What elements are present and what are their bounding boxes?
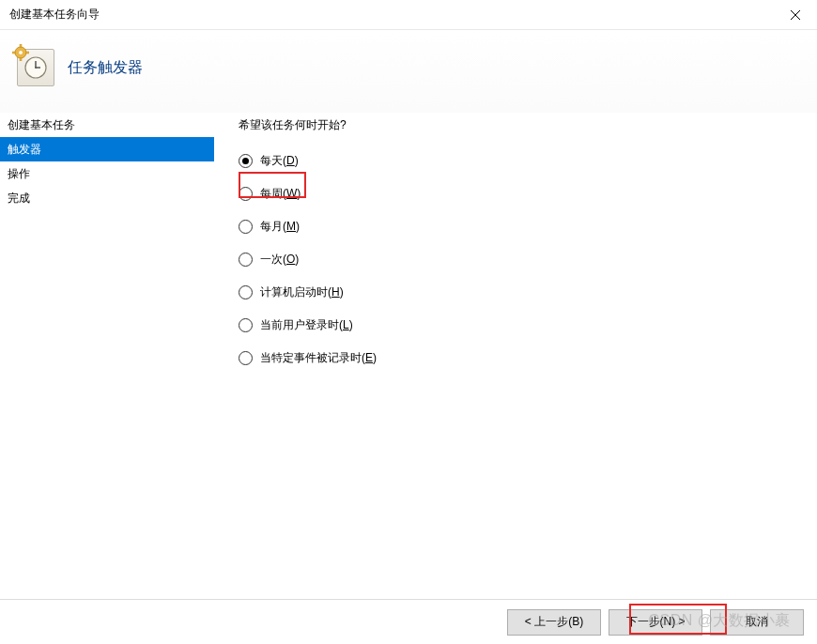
radio-icon bbox=[239, 253, 253, 267]
radio-icon bbox=[239, 220, 253, 234]
radio-icon bbox=[239, 318, 253, 332]
trigger-prompt: 希望该任务何时开始? bbox=[239, 113, 798, 137]
radio-icon bbox=[239, 154, 253, 168]
radio-label: 计算机启动时(H) bbox=[260, 284, 344, 300]
trigger-option-4[interactable]: 计算机启动时(H) bbox=[239, 276, 798, 309]
radio-icon bbox=[239, 285, 253, 299]
wizard-footer: < 上一步(B) 下一步(N) > 取消 bbox=[0, 599, 817, 644]
titlebar: 创建基本任务向导 bbox=[0, 0, 817, 30]
svg-rect-8 bbox=[12, 52, 15, 54]
sidebar-item-3[interactable]: 完成 bbox=[0, 186, 214, 210]
scheduler-icon bbox=[17, 49, 54, 86]
radio-icon bbox=[239, 187, 253, 201]
trigger-options: 每天(D)每周(W)每月(M)一次(O)计算机启动时(H)当前用户登录时(L)当… bbox=[239, 145, 798, 375]
radio-label: 每天(D) bbox=[260, 153, 299, 169]
back-button[interactable]: < 上一步(B) bbox=[507, 609, 601, 636]
svg-rect-9 bbox=[26, 52, 29, 54]
sidebar-item-0[interactable]: 创建基本任务 bbox=[0, 113, 214, 137]
close-icon bbox=[791, 10, 800, 20]
trigger-option-1[interactable]: 每周(W) bbox=[239, 177, 798, 210]
svg-rect-6 bbox=[20, 44, 22, 47]
sidebar-item-2[interactable]: 操作 bbox=[0, 161, 214, 186]
gear-icon bbox=[12, 44, 29, 61]
radio-label: 一次(O) bbox=[260, 252, 299, 268]
radio-label: 每月(M) bbox=[260, 219, 300, 235]
trigger-option-3[interactable]: 一次(O) bbox=[239, 243, 798, 276]
svg-rect-7 bbox=[20, 58, 22, 61]
radio-label: 当特定事件被记录时(E) bbox=[260, 350, 377, 366]
trigger-option-5[interactable]: 当前用户登录时(L) bbox=[239, 309, 798, 342]
trigger-option-2[interactable]: 每月(M) bbox=[239, 210, 798, 243]
sidebar-item-1[interactable]: 触发器 bbox=[0, 137, 214, 161]
radio-icon bbox=[239, 351, 253, 365]
close-button[interactable] bbox=[774, 0, 817, 30]
radio-label: 每周(W) bbox=[260, 186, 301, 202]
wizard-header-title: 任务触发器 bbox=[68, 58, 143, 78]
svg-point-5 bbox=[19, 51, 23, 54]
cancel-button[interactable]: 取消 bbox=[710, 609, 804, 636]
window-title: 创建基本任务向导 bbox=[9, 7, 100, 23]
wizard-sidebar: 创建基本任务触发器操作完成 bbox=[0, 113, 214, 580]
wizard-header: 任务触发器 bbox=[0, 30, 817, 113]
svg-point-3 bbox=[35, 67, 37, 69]
trigger-option-0[interactable]: 每天(D) bbox=[239, 145, 798, 177]
radio-label: 当前用户登录时(L) bbox=[260, 317, 353, 333]
wizard-content: 希望该任务何时开始? 每天(D)每周(W)每月(M)一次(O)计算机启动时(H)… bbox=[214, 113, 817, 580]
trigger-option-6[interactable]: 当特定事件被记录时(E) bbox=[239, 342, 798, 375]
wizard-body: 创建基本任务触发器操作完成 希望该任务何时开始? 每天(D)每周(W)每月(M)… bbox=[0, 113, 817, 580]
next-button[interactable]: 下一步(N) > bbox=[609, 609, 702, 636]
